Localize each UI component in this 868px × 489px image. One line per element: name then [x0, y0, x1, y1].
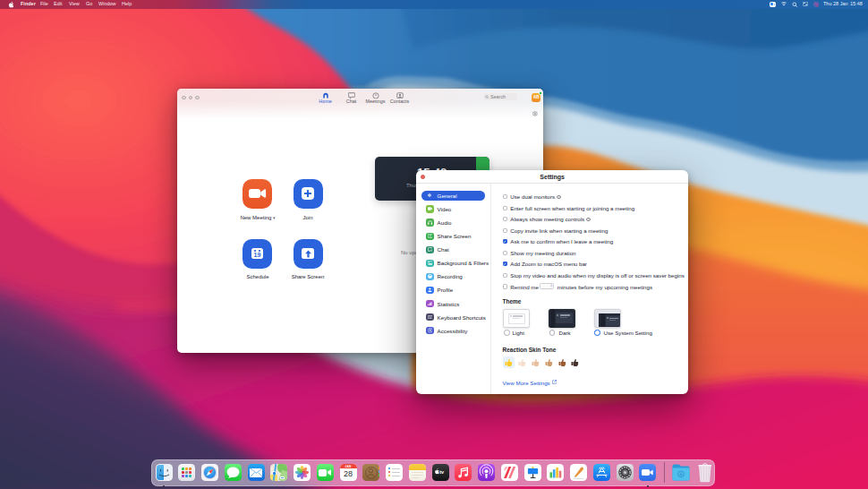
- svg-text:tv: tv: [439, 469, 445, 475]
